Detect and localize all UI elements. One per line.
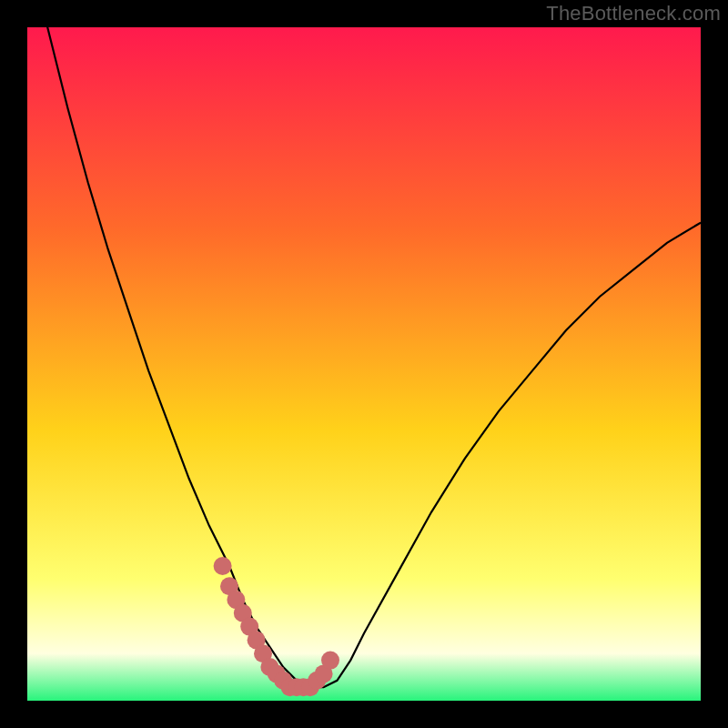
chart-plot-area <box>27 27 701 701</box>
curve-marker <box>214 557 232 575</box>
chart-frame: TheBottleneck.com <box>0 0 728 728</box>
curve-marker <box>321 652 339 670</box>
chart-background-gradient <box>27 27 701 701</box>
chart-svg <box>27 27 701 701</box>
watermark-text: TheBottleneck.com <box>546 2 721 25</box>
